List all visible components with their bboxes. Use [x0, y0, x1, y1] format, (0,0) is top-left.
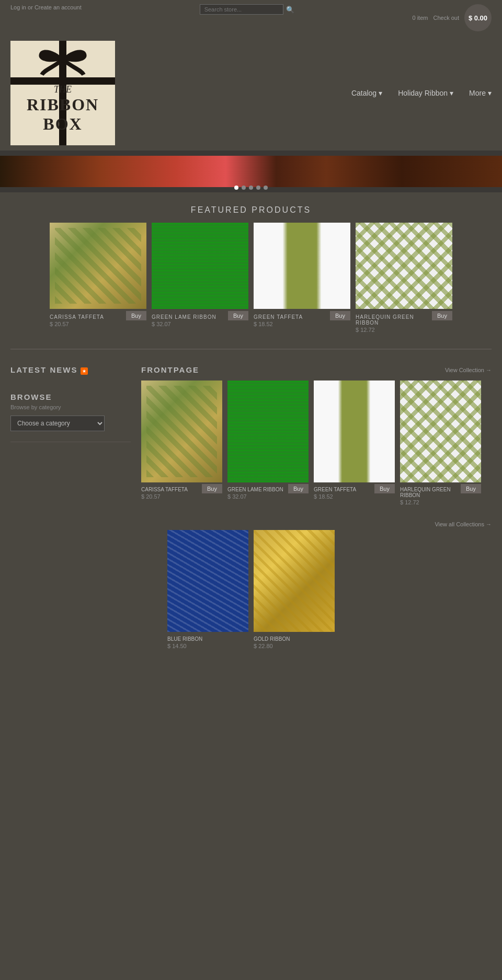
- catalog-chevron-icon: ▾: [379, 89, 382, 97]
- view-all-header: View all Collections →: [0, 516, 502, 530]
- dot-2[interactable]: [242, 186, 246, 190]
- logo-box-text: BOX: [27, 114, 99, 134]
- product-name-2: GREEN TAFFETA: [254, 314, 303, 320]
- product-footer-3: HARLEQUIN GREEN RIBBON $ 12.72 Buy: [356, 311, 452, 333]
- sidebar: LATEST NEWS ★ BROWSE Browse by category …: [10, 365, 131, 505]
- login-link[interactable]: Log in: [10, 4, 26, 10]
- logo-area: THE RIBBON BOX: [10, 41, 126, 145]
- bottom-product-name-1: GOLD RIBBON: [254, 636, 290, 642]
- logo[interactable]: THE RIBBON BOX: [10, 41, 115, 145]
- fp-buy-button-0[interactable]: Buy: [202, 484, 222, 493]
- buy-button-3[interactable]: Buy: [432, 311, 452, 320]
- featured-product-2: GREEN TAFFETA $ 18.52 Buy: [254, 223, 350, 333]
- latest-news-title: LATEST NEWS: [10, 365, 77, 374]
- top-bar: Log in or Create an account 🔍 0 item Che…: [0, 0, 502, 36]
- nav-more[interactable]: More ▾: [469, 89, 492, 97]
- cart-area: 0 item Check out $ 0.00: [413, 4, 492, 31]
- view-all-link[interactable]: View all Collections →: [435, 521, 492, 527]
- cart-total[interactable]: $ 0.00: [464, 4, 492, 31]
- fp-product-footer-1: GREEN LAME RIBBON $ 32.07 Buy: [227, 484, 309, 500]
- fp-product-1: GREEN LAME RIBBON $ 32.07 Buy: [227, 381, 309, 505]
- product-name-0: CARISSA TAFFETA: [50, 314, 104, 320]
- frontpage-products-grid: CARISSA TAFFETA $ 20.57 Buy GREEN LAME R…: [141, 381, 492, 505]
- fp-product-name-1: GREEN LAME RIBBON: [227, 487, 283, 492]
- frontpage-section: FRONTPAGE View Collection → CARISSA TAFF…: [141, 365, 492, 505]
- view-collection-link[interactable]: View Collection →: [445, 367, 492, 373]
- search-button[interactable]: 🔍: [286, 6, 294, 14]
- rss-icon: ★: [81, 367, 88, 375]
- bottom-product-0: BLUE RIBBON $ 14.50: [167, 530, 248, 649]
- bottom-product-price-1: $ 22.80: [254, 643, 290, 649]
- nav-holiday-ribbon[interactable]: Holiday Ribbon ▾: [398, 89, 453, 97]
- browse-subtitle: Browse by category: [10, 404, 131, 410]
- product-image-1: [152, 223, 248, 309]
- search-input[interactable]: [200, 4, 283, 15]
- product-image-2: [254, 223, 350, 309]
- bottom-product-name-0: BLUE RIBBON: [167, 636, 202, 642]
- logo-the: THE: [27, 84, 99, 95]
- fp-buy-button-3[interactable]: Buy: [461, 484, 481, 493]
- product-image-3: [356, 223, 452, 309]
- create-account-link[interactable]: Create an account: [35, 4, 82, 10]
- or-text: or: [28, 4, 35, 10]
- fp-product-image-2: [314, 381, 395, 482]
- dot-4[interactable]: [256, 186, 260, 190]
- browse-section: BROWSE Browse by category Choose a categ…: [10, 393, 131, 431]
- featured-product-0: CARISSA TAFFETA $ 20.57 Buy: [50, 223, 146, 333]
- fp-product-3: HARLEQUIN GREEN RIBBON $ 12.72 Buy: [400, 381, 481, 505]
- banner-dots: [234, 186, 268, 190]
- fp-product-image-3: [400, 381, 481, 482]
- lower-section: LATEST NEWS ★ BROWSE Browse by category …: [0, 355, 502, 516]
- fp-diamond-pattern: [400, 381, 481, 482]
- dot-1[interactable]: [234, 186, 238, 190]
- sidebar-divider: [10, 442, 131, 442]
- checkout-link[interactable]: Check out: [433, 15, 459, 21]
- buy-button-2[interactable]: Buy: [330, 311, 350, 320]
- section-divider: [10, 349, 492, 350]
- fp-product-footer-0: CARISSA TAFFETA $ 20.57 Buy: [141, 484, 222, 500]
- fp-product-2: GREEN TAFFETA $ 18.52 Buy: [314, 381, 395, 505]
- product-price-1: $ 32.07: [152, 321, 216, 327]
- featured-products-grid: CARISSA TAFFETA $ 20.57 Buy GREEN LAME R…: [0, 223, 502, 343]
- bottom-product-image-1: [254, 530, 335, 632]
- browse-title: BROWSE: [10, 393, 131, 401]
- frontpage-header: FRONTPAGE View Collection →: [141, 365, 492, 374]
- category-select[interactable]: Choose a category: [10, 416, 105, 431]
- fp-product-name-2: GREEN TAFFETA: [314, 487, 356, 492]
- fp-product-footer-3: HARLEQUIN GREEN RIBBON $ 12.72 Buy: [400, 484, 481, 505]
- more-chevron-icon: ▾: [488, 89, 492, 97]
- fp-product-footer-2: GREEN TAFFETA $ 18.52 Buy: [314, 484, 395, 500]
- buy-button-1[interactable]: Buy: [228, 311, 248, 320]
- product-price-2: $ 18.52: [254, 321, 303, 327]
- banner-slider[interactable]: [0, 151, 502, 192]
- bottom-products-grid: BLUE RIBBON $ 14.50 GOLD RIBBON $ 22.80: [0, 530, 502, 660]
- holiday-chevron-icon: ▾: [450, 89, 453, 97]
- fp-buy-button-1[interactable]: Buy: [288, 484, 309, 493]
- bottom-product-footer-0: BLUE RIBBON $ 14.50: [167, 633, 248, 649]
- fp-product-price-0: $ 20.57: [141, 493, 188, 500]
- product-name-1: GREEN LAME RIBBON: [152, 314, 216, 320]
- logo-ribbon: RIBBON: [27, 95, 99, 114]
- product-footer-1: GREEN LAME RIBBON $ 32.07 Buy: [152, 311, 248, 327]
- fp-product-0: CARISSA TAFFETA $ 20.57 Buy: [141, 381, 222, 505]
- fp-product-image-1: [227, 381, 309, 482]
- cart-items: 0 item: [413, 15, 428, 21]
- fp-product-price-2: $ 18.52: [314, 493, 356, 500]
- fp-product-name-0: CARISSA TAFFETA: [141, 487, 188, 492]
- bottom-product-footer-1: GOLD RIBBON $ 22.80: [254, 633, 335, 649]
- dot-3[interactable]: [249, 186, 253, 190]
- product-image-0: [50, 223, 146, 309]
- bottom-product-1: GOLD RIBBON $ 22.80: [254, 530, 335, 649]
- buy-button-0[interactable]: Buy: [126, 311, 146, 320]
- fp-product-image-0: [141, 381, 222, 482]
- bottom-product-price-0: $ 14.50: [167, 643, 202, 649]
- product-price-0: $ 20.57: [50, 321, 104, 327]
- bottom-product-image-0: [167, 530, 248, 632]
- fp-buy-button-2[interactable]: Buy: [374, 484, 395, 493]
- product-name-3: HARLEQUIN GREEN RIBBON: [356, 314, 432, 326]
- featured-title: FEATURED PRODUCTS: [0, 192, 502, 223]
- nav-catalog[interactable]: Catalog ▾: [351, 89, 382, 97]
- latest-news-header: LATEST NEWS ★: [10, 365, 131, 377]
- dot-5[interactable]: [264, 186, 268, 190]
- fp-product-price-1: $ 32.07: [227, 493, 283, 500]
